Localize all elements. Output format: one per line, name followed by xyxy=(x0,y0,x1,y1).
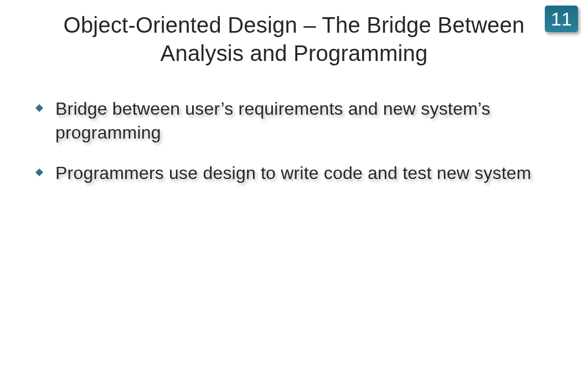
list-item: Programmers use design to write code and… xyxy=(37,161,566,185)
bullet-text: Programmers use design to write code and… xyxy=(55,161,566,185)
slide-title: Object-Oriented Design – The Bridge Betw… xyxy=(0,11,588,68)
diamond-bullet-icon xyxy=(35,168,43,176)
diamond-bullet-icon xyxy=(35,104,43,112)
bullet-text: Bridge between user’s requirements and n… xyxy=(55,97,566,145)
slide: 11 Object-Oriented Design – The Bridge B… xyxy=(0,0,588,368)
slide-body: Bridge between user’s requirements and n… xyxy=(37,97,566,202)
list-item: Bridge between user’s requirements and n… xyxy=(37,97,566,145)
